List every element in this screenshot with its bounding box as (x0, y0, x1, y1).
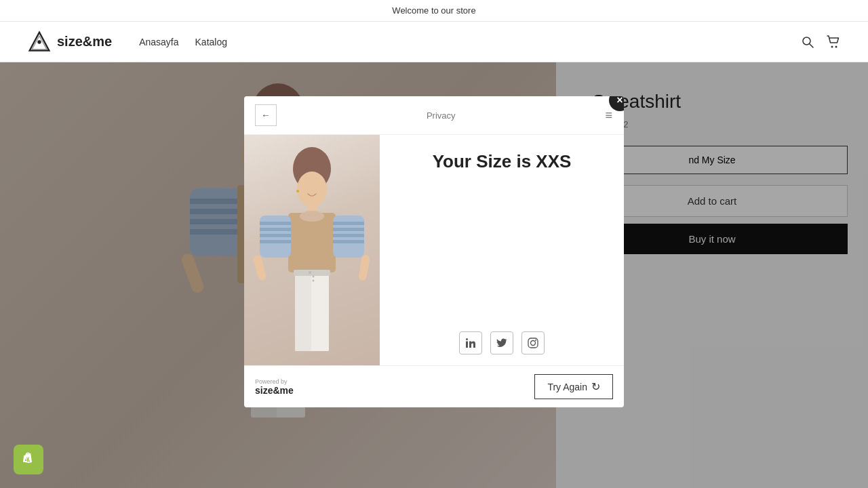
svg-rect-60 (313, 271, 329, 351)
logo[interactable]: size&me (27, 30, 112, 54)
svg-rect-59 (295, 271, 311, 351)
svg-point-3 (803, 37, 810, 45)
modal-footer: Powered by size&me Try Again ↻ (244, 365, 624, 407)
modal-product-svg (248, 145, 376, 355)
svg-rect-61 (294, 270, 330, 276)
svg-rect-49 (260, 240, 291, 243)
svg-rect-57 (358, 254, 370, 281)
linkedin-icon (465, 338, 476, 348)
modal-privacy-label[interactable]: Privacy (427, 110, 456, 121)
svg-point-2 (37, 40, 41, 43)
main-nav: Anasayfa Katalog (139, 37, 227, 47)
header: size&me Anasayfa Katalog (0, 22, 868, 62)
instagram-icon (528, 338, 538, 348)
instagram-button[interactable] (521, 331, 545, 354)
svg-point-5 (831, 45, 833, 47)
shopify-badge[interactable] (14, 445, 43, 474)
svg-rect-47 (260, 228, 291, 231)
try-again-label: Try Again (547, 382, 587, 392)
logo-text: size&me (57, 34, 112, 49)
refresh-icon: ↻ (591, 380, 600, 393)
search-icon (801, 35, 814, 49)
logo-icon (27, 30, 52, 54)
svg-point-69 (531, 341, 536, 346)
back-icon: ← (261, 110, 271, 121)
announcement-bar: Welcome to our store (0, 0, 868, 22)
shopify-icon (20, 451, 37, 468)
modal-header: ← Privacy ≡ (244, 96, 624, 135)
svg-point-64 (313, 280, 315, 282)
modal-menu-button[interactable]: ≡ (605, 108, 613, 123)
svg-point-42 (297, 171, 327, 207)
svg-rect-54 (333, 240, 364, 243)
svg-rect-48 (260, 234, 291, 237)
close-icon: × (616, 96, 623, 106)
svg-point-6 (835, 45, 837, 47)
svg-point-55 (300, 211, 324, 222)
size-result-modal: × ← Privacy ≡ (244, 96, 624, 407)
svg-rect-56 (252, 254, 267, 281)
search-button[interactable] (800, 35, 815, 49)
twitter-button[interactable] (490, 331, 513, 354)
header-right (800, 35, 841, 49)
svg-rect-46 (260, 222, 291, 225)
cart-button[interactable] (826, 35, 841, 49)
svg-rect-68 (528, 338, 538, 348)
modal-body: Your Size is XXS (244, 135, 624, 365)
svg-point-41 (301, 149, 323, 171)
modal-product-img-container (244, 135, 380, 365)
svg-point-70 (535, 340, 536, 341)
modal-product-image (244, 135, 380, 365)
svg-rect-66 (466, 342, 468, 348)
powered-by-text: Powered by (255, 378, 294, 385)
twitter-icon (496, 338, 507, 348)
main-content: n Sweatshirt W20SW0052 nd My Size Add to… (0, 62, 868, 488)
powered-by-container: Powered by size&me (255, 378, 294, 396)
size-result-title: Your Size is XXS (433, 151, 572, 172)
header-left: size&me Anasayfa Katalog (27, 30, 227, 54)
nav-item-katalog[interactable]: Katalog (195, 37, 227, 47)
modal-overlay: × ← Privacy ≡ (0, 62, 868, 488)
announcement-text: Welcome to our store (392, 5, 475, 16)
svg-rect-52 (333, 228, 364, 231)
svg-point-63 (313, 276, 315, 278)
svg-rect-53 (333, 234, 364, 237)
svg-rect-44 (288, 213, 336, 272)
svg-point-62 (309, 271, 311, 274)
powered-by-logo: size&me (255, 385, 294, 396)
modal-right-content: Your Size is XXS (380, 135, 624, 365)
svg-point-67 (466, 338, 468, 340)
nav-item-anasayfa[interactable]: Anasayfa (139, 37, 178, 47)
svg-line-4 (810, 44, 813, 47)
svg-point-65 (296, 190, 299, 192)
cart-icon (826, 35, 841, 49)
linkedin-button[interactable] (459, 331, 482, 354)
try-again-button[interactable]: Try Again ↻ (534, 374, 613, 399)
modal-back-button[interactable]: ← (255, 104, 277, 126)
svg-rect-51 (333, 222, 364, 225)
social-icons-group (459, 331, 545, 354)
